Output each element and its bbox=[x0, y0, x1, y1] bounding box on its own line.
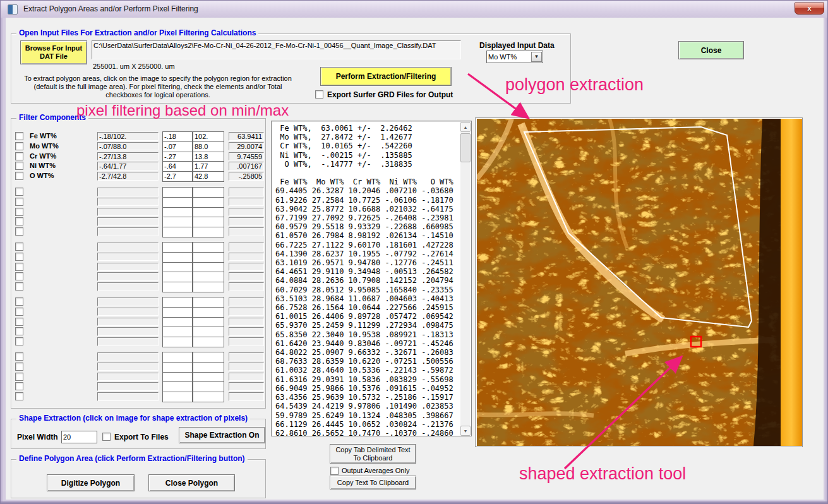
title-bar[interactable]: Extract Polygon Areas and/or Perform Pix… bbox=[1, 1, 828, 18]
export-grd-checkbox[interactable] bbox=[315, 90, 323, 99]
filter-max-input[interactable] bbox=[193, 317, 224, 328]
filter-max-input[interactable] bbox=[193, 307, 224, 318]
filter-max-input[interactable] bbox=[193, 227, 224, 237]
scroll-down-icon[interactable]: ▼ bbox=[460, 426, 471, 436]
filter-min-input[interactable] bbox=[162, 337, 193, 347]
filter-checkbox[interactable] bbox=[15, 152, 23, 160]
filter-checkbox[interactable] bbox=[15, 263, 23, 271]
filter-checkbox[interactable] bbox=[15, 172, 23, 180]
filter-min-input[interactable]: -2.7 bbox=[162, 171, 193, 182]
filter-max-input[interactable] bbox=[193, 372, 224, 383]
instructions-line: To extract polygon areas, click on the i… bbox=[15, 75, 301, 83]
filter-checkbox[interactable] bbox=[15, 217, 23, 225]
filter-max-input[interactable] bbox=[193, 282, 224, 292]
filter-min-input[interactable]: -.07 bbox=[162, 141, 193, 152]
filter-checkbox[interactable] bbox=[15, 188, 23, 196]
displayed-input-combobox[interactable]: Mo WT% ▼ bbox=[486, 51, 543, 63]
filter-min-input[interactable]: -.27 bbox=[162, 152, 193, 162]
filter-min-input[interactable] bbox=[162, 242, 193, 253]
filter-max-input[interactable] bbox=[193, 242, 224, 253]
filter-checkbox[interactable] bbox=[15, 227, 23, 236]
filter-min-input[interactable] bbox=[162, 352, 193, 363]
filter-max-input[interactable] bbox=[193, 272, 224, 282]
filter-checkbox[interactable] bbox=[15, 308, 23, 316]
file-path-field[interactable]: C:\UserData\SurferData\Alloys2\Fe-Mo-Cr-… bbox=[92, 40, 461, 59]
scroll-up-icon[interactable]: ▲ bbox=[460, 122, 471, 132]
filter-min-input[interactable] bbox=[162, 317, 193, 328]
digitize-polygon-button[interactable]: Digitize Polygon bbox=[47, 474, 135, 491]
filter-min-input[interactable] bbox=[162, 252, 193, 263]
filter-min-input[interactable] bbox=[162, 372, 193, 383]
filter-checkbox[interactable] bbox=[15, 297, 23, 306]
pixel-width-input[interactable]: 20 bbox=[61, 431, 97, 443]
filter-checkbox[interactable] bbox=[15, 352, 23, 361]
filter-checkbox[interactable] bbox=[15, 243, 23, 251]
filter-checkbox[interactable] bbox=[15, 198, 23, 206]
filter-checkbox[interactable] bbox=[15, 327, 23, 335]
filter-max-input[interactable] bbox=[193, 362, 224, 373]
filter-max-input[interactable] bbox=[193, 381, 224, 392]
filter-min-input[interactable] bbox=[162, 227, 193, 237]
filter-min-input[interactable] bbox=[162, 362, 193, 373]
filter-max-input[interactable] bbox=[193, 207, 224, 218]
close-polygon-button[interactable]: Close Polygon bbox=[148, 474, 235, 491]
filter-max-input[interactable] bbox=[193, 197, 224, 208]
filter-max-input[interactable]: 88.0 bbox=[193, 141, 224, 152]
scrollbar-thumb[interactable] bbox=[460, 133, 471, 162]
filter-checkbox[interactable] bbox=[15, 337, 23, 345]
filter-max-input[interactable] bbox=[193, 217, 224, 227]
filter-min-input[interactable] bbox=[162, 392, 193, 402]
output-averages-checkbox[interactable] bbox=[330, 467, 339, 475]
filter-max-input[interactable]: 1.77 bbox=[193, 161, 224, 172]
filter-max-input[interactable] bbox=[193, 297, 224, 308]
filter-min-input[interactable] bbox=[162, 381, 193, 392]
filter-max-input[interactable] bbox=[193, 252, 224, 263]
filter-min-input[interactable] bbox=[162, 187, 193, 198]
filter-max-input[interactable]: 13.8 bbox=[193, 152, 224, 162]
filter-max-input[interactable] bbox=[193, 262, 224, 273]
stats-line: 65.9370 25.2459 9.11299 .272934 .098475 bbox=[275, 321, 453, 330]
perform-extraction-button[interactable]: Perform Extraction/Filtering bbox=[320, 67, 452, 86]
stats-scrollbar[interactable]: ▲ ▼ bbox=[460, 122, 471, 436]
filter-checkbox[interactable] bbox=[15, 382, 23, 390]
filter-min-input[interactable] bbox=[162, 282, 193, 292]
filter-min-input[interactable] bbox=[162, 272, 193, 282]
filter-max-input[interactable] bbox=[193, 392, 224, 402]
filter-min-input[interactable] bbox=[162, 197, 193, 208]
specimen-image[interactable] bbox=[475, 117, 803, 447]
filter-min-input[interactable] bbox=[162, 297, 193, 308]
shape-extraction-on-button[interactable]: Shape Extraction On bbox=[179, 427, 265, 443]
filter-max-input[interactable]: 42.8 bbox=[193, 171, 224, 182]
copy-text-button[interactable]: Copy Text To Clipboard bbox=[330, 476, 416, 489]
window-close-button[interactable]: x bbox=[795, 3, 824, 15]
filter-checkbox[interactable] bbox=[15, 272, 23, 280]
filter-checkbox[interactable] bbox=[15, 392, 23, 400]
filter-min-input[interactable]: -.18 bbox=[162, 131, 193, 142]
filter-checkbox[interactable] bbox=[15, 373, 23, 381]
filter-max-input[interactable] bbox=[193, 352, 224, 363]
filter-min-input[interactable] bbox=[162, 262, 193, 273]
filter-checkbox[interactable] bbox=[15, 132, 23, 140]
filter-checkbox[interactable] bbox=[15, 282, 23, 291]
close-dialog-button[interactable]: Close bbox=[678, 41, 744, 59]
filter-checkbox[interactable] bbox=[15, 142, 23, 150]
filter-checkbox[interactable] bbox=[15, 162, 23, 170]
browse-dat-button[interactable]: Browse For Input DAT File bbox=[20, 40, 87, 64]
filter-max-input[interactable] bbox=[193, 187, 224, 198]
stats-text-panel[interactable]: Fe WT%, 63.0061 +/- 2.26462 Mo WT%, 27.8… bbox=[271, 121, 472, 436]
filter-checkbox[interactable] bbox=[15, 363, 23, 371]
filter-min-input[interactable] bbox=[162, 327, 193, 337]
chevron-down-icon[interactable]: ▼ bbox=[531, 52, 542, 62]
filter-max-input[interactable] bbox=[193, 327, 224, 337]
filter-min-input[interactable] bbox=[162, 207, 193, 218]
filter-max-input[interactable]: 102. bbox=[193, 131, 224, 142]
filter-min-input[interactable] bbox=[162, 217, 193, 227]
filter-checkbox[interactable] bbox=[15, 318, 23, 326]
filter-min-input[interactable] bbox=[162, 307, 193, 318]
filter-max-input[interactable] bbox=[193, 337, 224, 347]
filter-checkbox[interactable] bbox=[15, 253, 23, 261]
export-to-files-checkbox[interactable] bbox=[102, 433, 111, 441]
filter-checkbox[interactable] bbox=[15, 208, 23, 216]
copy-tab-delimited-button[interactable]: Copy Tab Delimited Text To Clipboard bbox=[330, 444, 416, 464]
filter-min-input[interactable]: -.64 bbox=[162, 161, 193, 172]
